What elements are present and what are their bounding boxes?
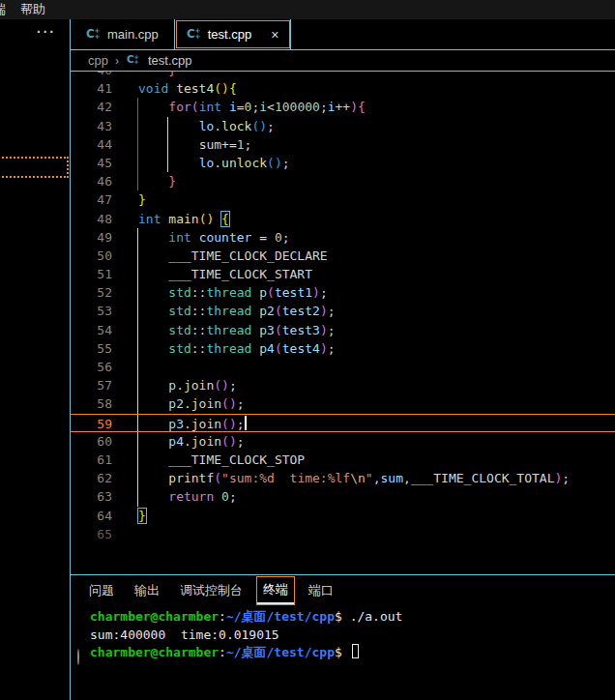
line-number: 52: [71, 283, 112, 302]
code-editor[interactable]: 40 }41void test4(){42 for(int i=0;i<1000…: [71, 72, 615, 574]
terminal-segment: ./a.out: [342, 609, 403, 624]
sidebar: ···: [0, 19, 70, 700]
code-token: ): [221, 81, 229, 96]
code-token: ___TIME_CLOCK_STOP: [138, 452, 305, 467]
command-pending-icon[interactable]: [77, 649, 79, 665]
code-line[interactable]: 65: [71, 525, 615, 543]
panel-tab-bar: 问题输出调试控制台终端端口: [71, 575, 615, 606]
code-token: thread: [206, 323, 251, 337]
code-line[interactable]: 45 lo.unlock();: [71, 154, 615, 172]
code-line[interactable]: 40 }: [71, 72, 615, 79]
breadcrumb-folder[interactable]: cpp: [88, 53, 108, 68]
code-token: ): [221, 378, 229, 393]
code-token: [168, 81, 176, 96]
code-line[interactable]: 50 ___TIME_CLOCK_DECLARE: [71, 247, 615, 265]
terminal-line: charmber@charmber:~/桌面/test/cpp$: [71, 644, 615, 662]
code-line[interactable]: 64}: [71, 507, 615, 525]
more-actions-icon[interactable]: ···: [37, 24, 56, 40]
code-token: printf: [168, 471, 214, 485]
line-number: 42: [71, 98, 112, 116]
tab-main.cpp[interactable]: C++main.cpp: [71, 19, 175, 49]
code-text: }: [112, 190, 146, 209]
code-text: }: [112, 172, 176, 190]
close-icon[interactable]: ×: [271, 27, 278, 43]
tab-test.cpp[interactable]: C++test.cpp×: [175, 19, 292, 49]
code-text: void test4(){: [112, 79, 237, 98]
code-line[interactable]: 60 p4.join();: [71, 432, 615, 451]
code-token: ;: [328, 304, 336, 318]
code-line[interactable]: 52 std::thread p(test1);: [71, 283, 615, 302]
code-line[interactable]: 55 std::thread p4(test4);: [71, 339, 615, 358]
code-line[interactable]: 58 p2.join();: [71, 394, 615, 413]
code-line[interactable]: 41void test4(){: [71, 79, 615, 98]
code-token: (: [267, 285, 275, 300]
code-token: ;: [237, 396, 245, 411]
code-token: 100000: [275, 100, 320, 114]
breadcrumb-file[interactable]: test.cpp: [148, 53, 192, 68]
panel-tab-终端[interactable]: 终端: [257, 577, 294, 604]
line-number: 48: [71, 210, 112, 228]
terminal-segment: :: [219, 609, 226, 624]
code-token: 0: [275, 230, 282, 245]
code-line[interactable]: 63 return 0;: [71, 487, 615, 506]
code-text: }: [112, 507, 146, 525]
line-number: 58: [71, 394, 112, 413]
terminal-segment: $: [335, 609, 342, 624]
code-line[interactable]: 43 lo.lock();: [71, 117, 615, 135]
line-number: 44: [71, 135, 112, 154]
line-number: 59: [71, 415, 112, 431]
code-token: }: [138, 72, 176, 77]
code-token: for: [168, 100, 190, 114]
terminal-segment: $: [335, 645, 350, 659]
tab-label: test.cpp: [208, 27, 252, 42]
code-line[interactable]: 47}: [71, 190, 615, 209]
code-text: p2.join();: [112, 394, 245, 413]
line-number: 65: [71, 525, 112, 543]
code-token: ;: [562, 471, 570, 485]
code-token: ;: [282, 156, 290, 170]
code-text: [112, 358, 138, 376]
code-line[interactable]: 57 p.join();: [71, 376, 615, 394]
code-token: (: [267, 156, 275, 170]
terminal-segment: charmber@charmber: [90, 645, 219, 659]
code-line[interactable]: 56: [71, 358, 615, 376]
code-token: \n: [350, 471, 366, 485]
line-number: 62: [71, 469, 112, 487]
line-number: 51: [71, 265, 112, 283]
current-line[interactable]: 59 p3.join();: [71, 414, 615, 432]
code-token: int: [168, 230, 190, 245]
code-text: std::thread p(test1);: [112, 283, 328, 302]
code-token: [138, 471, 168, 485]
panel-tab-输出[interactable]: 输出: [129, 578, 165, 603]
code-line[interactable]: 44 sum+=1;: [71, 135, 615, 154]
code-line[interactable]: 54 std::thread p3(test3);: [71, 321, 615, 339]
line-number: 60: [71, 432, 112, 451]
tab-label: main.cpp: [107, 27, 159, 42]
line-number: 46: [71, 172, 112, 190]
code-line[interactable]: 46 }: [71, 172, 615, 190]
terminal-cursor[interactable]: [352, 644, 359, 658]
code-token: thread: [206, 341, 251, 356]
menu-item[interactable]: 端: [0, 1, 6, 18]
code-line[interactable]: 42 for(int i=0;i<100000;i++){: [71, 98, 615, 116]
cpp-file-icon: C++: [86, 25, 102, 44]
code-line[interactable]: 51 ___TIME_CLOCK_START: [71, 265, 615, 283]
menu-item[interactable]: 帮助: [20, 1, 45, 18]
code-token: [138, 156, 199, 170]
code-line[interactable]: 62 printf("sum:%d time:%lf\n",sum,___TIM…: [71, 469, 615, 487]
code-token: ++: [336, 100, 351, 114]
panel-tab-端口[interactable]: 端口: [303, 578, 339, 603]
code-line[interactable]: 61 ___TIME_CLOCK_STOP: [71, 451, 615, 469]
code-text: for(int i=0;i<100000;i++){: [112, 98, 366, 116]
code-line[interactable]: 48int main() {: [71, 210, 615, 228]
panel-tab-问题[interactable]: 问题: [83, 578, 120, 603]
terminal[interactable]: charmber@charmber:~/桌面/test/cpp$ ./a.out…: [71, 606, 615, 700]
terminal-line: sum:400000 time:0.019015: [71, 627, 615, 645]
code-token: int: [138, 212, 161, 226]
code-text: ___TIME_CLOCK_DECLARE: [112, 247, 328, 265]
code-line[interactable]: 53 std::thread p2(test2);: [71, 302, 615, 320]
line-number: 63: [71, 487, 112, 506]
code-line[interactable]: 49 int counter = 0;: [71, 228, 615, 247]
code-token: [138, 285, 168, 300]
panel-tab-调试控制台[interactable]: 调试控制台: [174, 578, 249, 603]
